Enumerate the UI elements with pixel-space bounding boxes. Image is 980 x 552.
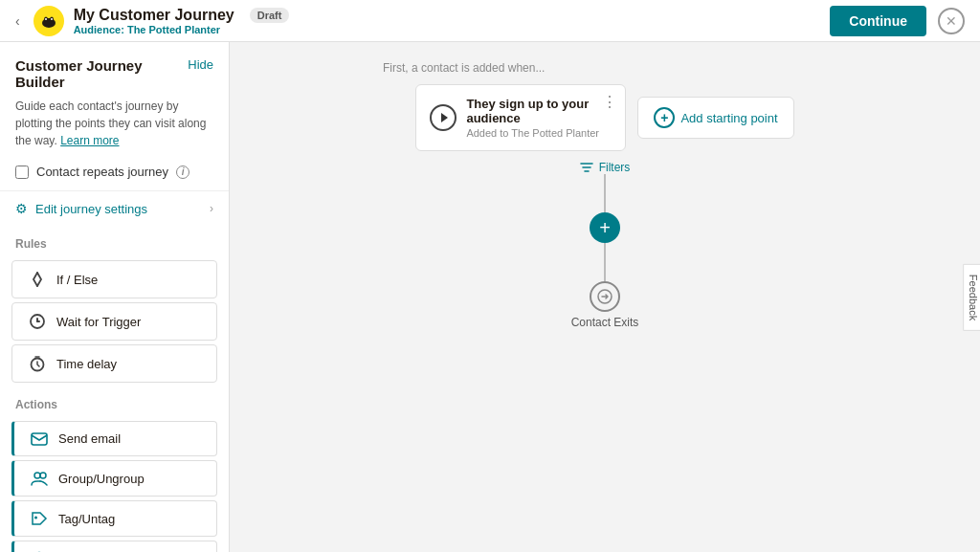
svg-point-4 (51, 18, 53, 20)
checkbox-label: Contact repeats journey (36, 165, 168, 179)
starting-row: They sign up to your audience Added to T… (415, 84, 793, 151)
filters-label: Filters (599, 161, 631, 174)
sidebar-description: Guide each contact's journey by plotting… (0, 98, 229, 161)
contact-repeats-checkbox[interactable] (15, 166, 29, 179)
chevron-right-icon: › (210, 202, 213, 215)
svg-rect-7 (36, 320, 40, 322)
main-layout: Customer Journey Builder Hide Guide each… (0, 42, 980, 552)
svg-point-10 (34, 473, 40, 478)
trigger-icon (430, 104, 457, 131)
actions-section-label: Actions (0, 386, 229, 417)
nav-subtitle: Audience: The Potted Planter (74, 24, 290, 35)
top-nav: ‹ My Customer Journey Draft Audience: Th… (0, 0, 980, 42)
trigger-card[interactable]: They sign up to your audience Added to T… (415, 84, 626, 151)
sidebar-title: Customer Journey Builder (15, 57, 188, 90)
time-delay-icon (28, 355, 47, 372)
action-item-group-ungroup[interactable]: Group/Ungroup (11, 460, 217, 497)
svg-marker-14 (441, 113, 448, 122)
rule-item-time-delay[interactable]: Time delay (11, 344, 217, 383)
feedback-tab[interactable]: Feedback (963, 263, 980, 330)
continue-button[interactable]: Continue (830, 6, 926, 36)
rule-item-if-else[interactable]: If / Else (11, 260, 217, 298)
canvas-hint: First, a contact is added when... (383, 61, 545, 75)
action-item-unsubscribe[interactable]: Unsubscribe (11, 541, 217, 552)
send-email-label: Send email (58, 431, 121, 446)
sidebar: Customer Journey Builder Hide Guide each… (0, 42, 230, 552)
nav-left: ‹ My Customer Journey Draft Audience: Th… (15, 6, 289, 36)
wait-trigger-icon (28, 313, 47, 330)
send-email-icon (30, 432, 49, 446)
settings-label: Edit journey settings (35, 202, 147, 216)
flow-container: They sign up to your audience Added to T… (230, 84, 980, 329)
flow-line-top (604, 174, 606, 212)
group-ungroup-label: Group/Ungroup (58, 472, 145, 486)
trigger-menu-icon[interactable]: ⋮ (602, 93, 617, 111)
svg-point-3 (45, 18, 47, 20)
flow-line-bottom (604, 243, 606, 281)
add-step-button[interactable]: + (590, 212, 620, 243)
trigger-content: They sign up to your audience Added to T… (466, 97, 612, 139)
tag-untag-icon (30, 511, 49, 526)
add-starting-plus-icon: + (654, 107, 675, 128)
sidebar-header: Customer Journey Builder Hide (0, 42, 229, 98)
rule-item-wait-trigger[interactable]: Wait for Trigger (11, 302, 217, 341)
tag-untag-label: Tag/Untag (58, 512, 115, 526)
settings-link-left: ⚙ Edit journey settings (15, 201, 147, 216)
filters-row[interactable]: Filters (580, 161, 631, 174)
exit-label: Contact Exits (571, 316, 639, 329)
settings-link[interactable]: ⚙ Edit journey settings › (0, 190, 229, 226)
wait-trigger-label: Wait for Trigger (56, 315, 141, 329)
if-else-icon (28, 271, 47, 288)
gear-icon: ⚙ (15, 201, 28, 216)
svg-point-12 (34, 517, 37, 519)
mailchimp-logo (33, 6, 64, 36)
svg-rect-9 (32, 433, 47, 445)
exit-node: Contact Exits (571, 281, 639, 329)
svg-point-11 (40, 473, 46, 478)
back-button[interactable]: ‹ (15, 13, 20, 29)
hide-button[interactable]: Hide (188, 57, 213, 72)
action-item-send-email[interactable]: Send email (11, 421, 217, 456)
filter-icon (580, 162, 593, 173)
audience-name: The Potted Planter (127, 24, 220, 35)
nav-title-block: My Customer Journey Draft Audience: The … (74, 7, 290, 35)
nav-right: Continue ✕ (830, 6, 965, 36)
page-title: My Customer Journey (74, 7, 234, 24)
close-icon: ✕ (946, 13, 957, 29)
close-button[interactable]: ✕ (938, 8, 965, 34)
group-ungroup-icon (30, 471, 49, 486)
trigger-title: They sign up to your audience (466, 97, 612, 125)
canvas-wrapper: First, a contact is added when... They s… (230, 42, 980, 552)
add-starting-point-button[interactable]: + Add starting point (637, 97, 793, 139)
canvas: First, a contact is added when... They s… (230, 42, 980, 552)
time-delay-label: Time delay (56, 357, 117, 371)
rules-section-label: Rules (0, 226, 229, 256)
checkbox-row: Contact repeats journey i (0, 161, 229, 190)
draft-badge: Draft (250, 8, 290, 23)
exit-circle (590, 281, 620, 312)
trigger-subtitle: Added to The Potted Planter (466, 127, 612, 139)
info-icon[interactable]: i (176, 166, 189, 179)
learn-more-link[interactable]: Learn more (60, 134, 119, 147)
if-else-label: If / Else (56, 273, 98, 287)
action-item-tag-untag[interactable]: Tag/Untag (11, 500, 217, 537)
add-starting-label: Add starting point (680, 111, 777, 125)
